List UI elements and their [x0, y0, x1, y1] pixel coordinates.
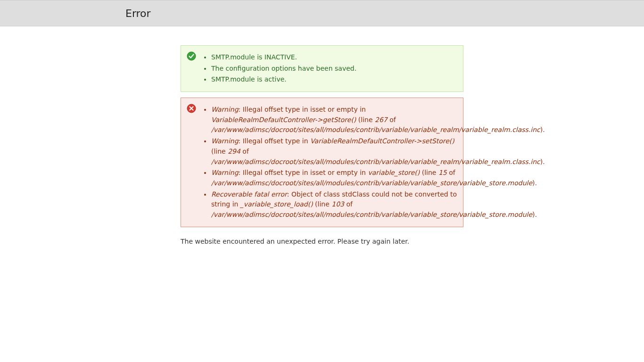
- error-line: 15: [438, 169, 447, 176]
- error-line: 103: [331, 200, 344, 208]
- error-func: variable_store(): [368, 169, 420, 176]
- error-type: Warning: [211, 137, 239, 145]
- error-path: /var/www/adimsc/docroot/sites/all/module…: [211, 158, 540, 165]
- error-type: Warning: [211, 169, 239, 176]
- error-end: ).: [540, 126, 545, 133]
- error-type: Recoverable fatal error: [211, 190, 287, 198]
- main-content: SMTP.module is INACTIVE. The configurati…: [181, 45, 463, 245]
- error-icon: [187, 104, 196, 113]
- error-list: Warning: Illegal offset type in isset or…: [204, 105, 457, 220]
- error-text: : Illegal offset type in isset or empty …: [239, 169, 368, 176]
- error-path: /var/www/adimsc/docroot/sites/all/module…: [211, 211, 532, 218]
- error-func: _variable_store_load(): [240, 200, 313, 208]
- error-end: ).: [532, 211, 537, 218]
- error-item: Recoverable fatal error: Object of class…: [211, 189, 457, 220]
- error-messages: Warning: Illegal offset type in isset or…: [181, 98, 463, 227]
- error-item: Warning: Illegal offset type in isset or…: [211, 168, 457, 188]
- error-mid: (line: [356, 116, 375, 123]
- status-item: SMTP.module is active.: [211, 74, 457, 85]
- footer-message: The website encountered an unexpected er…: [181, 238, 463, 245]
- error-end: ).: [540, 158, 545, 165]
- error-mid: (line: [420, 169, 438, 176]
- error-line: 267: [375, 116, 388, 123]
- error-path: /var/www/adimsc/docroot/sites/all/module…: [211, 126, 540, 133]
- status-list: SMTP.module is INACTIVE. The configurati…: [204, 52, 457, 85]
- error-line: 294: [228, 148, 240, 155]
- svg-point-0: [187, 52, 196, 60]
- page-header: Error: [0, 0, 644, 26]
- status-item: The configuration options have been save…: [211, 64, 457, 74]
- error-end: ).: [532, 179, 537, 187]
- status-messages: SMTP.module is INACTIVE. The configurati…: [181, 45, 463, 92]
- error-func: VariableRealmDefaultController->getStore…: [211, 116, 356, 123]
- error-type: Warning: [211, 106, 239, 113]
- status-item: SMTP.module is INACTIVE.: [211, 52, 457, 63]
- error-mid: (line: [313, 200, 332, 208]
- error-text: : Illegal offset type in: [239, 137, 311, 145]
- error-mid2: of: [388, 116, 396, 123]
- error-item: Warning: Illegal offset type in isset or…: [211, 105, 457, 135]
- error-mid: (line: [211, 148, 228, 155]
- error-text: : Illegal offset type in isset or empty …: [239, 106, 366, 113]
- error-mid2: of: [240, 148, 249, 155]
- page-title: Error: [125, 8, 151, 19]
- error-mid2: of: [344, 200, 353, 208]
- error-mid2: of: [447, 169, 455, 176]
- error-func: VariableRealmDefaultController->setStore…: [310, 137, 454, 145]
- error-path: /var/www/adimsc/docroot/sites/all/module…: [211, 179, 532, 187]
- success-icon: [187, 51, 196, 61]
- error-item: Warning: Illegal offset type in Variable…: [211, 136, 457, 167]
